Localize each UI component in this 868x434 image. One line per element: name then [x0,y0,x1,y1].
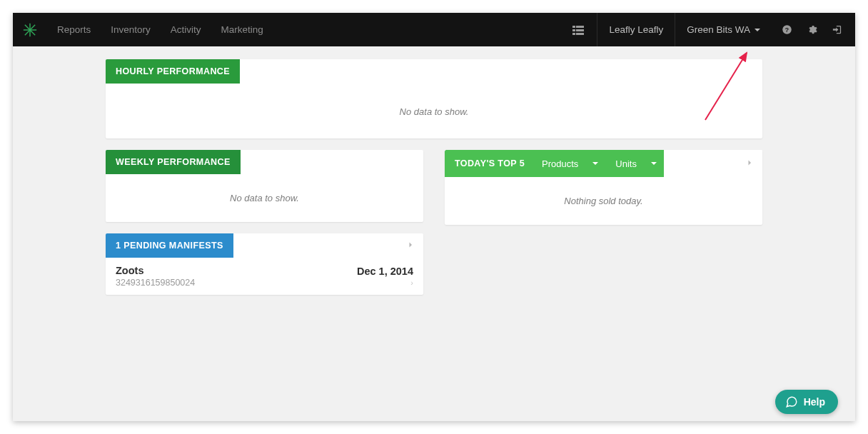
svg-rect-7 [576,29,584,31]
top5-metric-label: Units [615,158,637,169]
svg-rect-5 [576,26,584,28]
top-navbar: Reports Inventory Activity Marketing Lea… [13,13,855,46]
location-menu[interactable]: Green Bits WA [675,13,772,46]
manifests-more-arrow[interactable] [406,239,423,252]
manifest-date: Dec 1, 2014 [357,266,413,277]
chevron-down-icon [651,162,657,165]
tasks-icon[interactable] [565,13,597,46]
hourly-title: HOURLY PERFORMANCE [106,59,240,84]
manifest-row[interactable]: Zoots 3249316159850024 Dec 1, 2014 › [106,258,423,295]
hourly-empty: No data to show. [106,84,762,138]
top5-title: TODAY'S TOP 5 [445,158,535,168]
nav-inventory[interactable]: Inventory [101,24,161,35]
top5-type-dropdown[interactable]: Products [535,158,605,169]
weekly-empty: No data to show. [106,174,423,222]
location-label: Green Bits WA [687,24,750,35]
user-label: Leafly Leafly [609,24,663,35]
user-menu[interactable]: Leafly Leafly [597,13,675,46]
weekly-title: WEEKLY PERFORMANCE [106,150,241,174]
svg-rect-8 [572,33,575,35]
top5-metric-dropdown[interactable]: Units [608,158,664,169]
svg-text:?: ? [785,26,789,34]
logout-icon[interactable] [824,13,855,46]
nav-reports[interactable]: Reports [47,24,101,35]
svg-rect-4 [572,26,575,28]
weekly-performance-panel: WEEKLY PERFORMANCE No data to show. [106,150,423,222]
chevron-down-icon [755,29,760,31]
top5-type-label: Products [542,158,578,169]
chevron-down-icon [592,162,598,165]
gear-icon[interactable] [799,13,824,46]
chevron-right-icon: › [357,278,413,287]
manifests-title: 1 PENDING MANIFESTS [106,233,233,258]
nav-activity[interactable]: Activity [161,24,211,35]
help-widget[interactable]: Help [775,390,838,414]
svg-rect-6 [572,29,575,31]
app-logo[interactable] [13,22,47,38]
top5-empty: Nothing sold today. [445,177,762,225]
manifest-id: 3249316159850024 [116,278,195,288]
help-icon[interactable]: ? [772,13,799,46]
help-label: Help [804,396,825,408]
pending-manifests-panel: 1 PENDING MANIFESTS Zoots 32493161598500… [106,233,423,295]
manifest-name: Zoots [116,265,195,276]
dashboard-page: HOURLY PERFORMANCE No data to show. WEEK… [13,46,855,421]
chat-icon [785,395,798,408]
top5-more-arrow[interactable] [745,157,762,170]
hourly-performance-panel: HOURLY PERFORMANCE No data to show. [106,59,762,138]
nav-marketing[interactable]: Marketing [211,24,273,35]
top5-panel: TODAY'S TOP 5 Products Units [445,150,762,225]
svg-rect-9 [576,33,584,35]
